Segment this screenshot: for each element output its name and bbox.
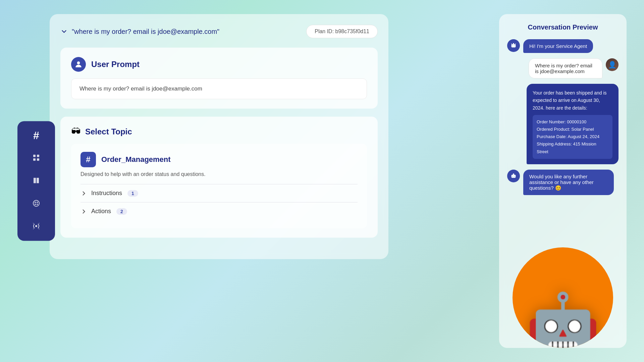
person-icon [74,60,83,69]
instructions-count: 1 [127,190,138,197]
svg-point-6 [37,202,38,203]
agent-detail-intro: Your order has been shipped and is expec… [533,90,607,111]
user-prompt-title: User Prompt [91,60,140,69]
svg-point-4 [33,200,39,206]
chevron-right-icon-2 [80,208,87,215]
svg-rect-14 [513,43,514,45]
conversation-preview-panel: Conversation Preview Hi! I'm your Servic… [499,14,627,348]
bot-detail-row: Your order has been shipped and is expec… [507,84,619,164]
bot-followup-row: Would you like any further assistance or… [507,170,619,195]
svg-point-16 [512,176,513,177]
robot-circle: 🤖 [513,247,613,348]
main-panel: "where is my order? email is jdoe@exampl… [50,14,388,259]
bot-avatar-2 [507,170,520,182]
user-prompt-header: User Prompt [71,57,367,72]
header-query-text: "where is my order? email is jdoe@exampl… [72,28,219,36]
svg-rect-18 [513,173,514,175]
bot-icon-2 [510,172,517,180]
bot-icon-1 [510,42,517,49]
robot-illustration: 🤖 [525,294,601,348]
order-description: Designed to help with an order status an… [80,171,358,177]
svg-point-17 [514,176,515,177]
topic-card-header: 🕶 Select Topic [71,126,367,137]
header-query: "where is my order? email is jdoe@exampl… [60,28,219,36]
plan-badge: Plan ID: b98c735f0d11 [306,25,378,38]
chevron-down-icon[interactable] [60,28,68,35]
svg-rect-15 [512,175,516,178]
order-name: Order_Management [101,155,171,164]
user-question-text: Where is my order? email is jdoe@example… [535,63,592,74]
order-number-line: Order Number: 00000100 [537,119,586,124]
user-prompt-card: User Prompt Where is my order? email is … [60,48,378,109]
svg-rect-0 [33,155,36,157]
header-row: "where is my order? email is jdoe@exampl… [60,25,378,38]
bot-assist-text: Would you like any further assistance or… [529,174,594,191]
svg-point-8 [37,204,38,205]
svg-rect-1 [37,155,39,157]
svg-point-5 [35,202,36,203]
conversation-preview-title: Conversation Preview [507,23,619,31]
svg-point-13 [514,46,515,47]
agent-detail-bubble: Your order has been shipped and is expec… [527,84,619,164]
user-question-row: Where is my order? email is jdoe@example… [507,58,619,78]
shipping-address-line: Shipping Address: 415 Mission Street [537,141,596,154]
instructions-label: Instructions [91,190,122,197]
signal-icon[interactable] [30,220,43,233]
bot-assist-bubble: Would you like any further assistance or… [523,170,614,195]
chevron-right-icon [80,190,87,197]
svg-point-12 [512,46,513,47]
order-header: # Order_Management [80,152,358,167]
ordered-product-line: Ordered Product: Solar Panel [537,127,594,132]
actions-row[interactable]: Actions 2 [80,202,358,220]
palette-icon[interactable] [30,197,43,210]
robot-mascot: 🤖 [509,241,616,348]
bot-avatar-1 [507,39,520,52]
grid-icon[interactable] [30,151,43,165]
purchase-date-line: Purchase Date: August 24, 2024 [537,134,599,139]
topic-title: Select Topic [85,127,132,136]
actions-label: Actions [91,208,111,215]
book-icon[interactable] [30,174,43,187]
instructions-row[interactable]: Instructions 1 [80,184,358,202]
user-question-bubble: Where is my order? email is jdoe@example… [529,58,602,78]
svg-point-9 [35,225,37,227]
prompt-text-box: Where is my order? email is jdoe@example… [71,78,367,99]
glasses-icon: 🕶 [71,126,80,137]
svg-rect-3 [37,159,39,161]
bot-greeting-row: Hi! I'm your Service Agent [507,39,619,53]
user-avatar: 👤 [606,58,619,71]
bot-greeting-text: Hi! I'm your Service Agent [529,43,587,49]
svg-point-10 [77,61,80,64]
chat-area: Hi! I'm your Service Agent Where is my o… [507,39,619,195]
svg-point-7 [35,204,36,205]
user-avatar-icon [71,57,86,72]
order-detail-block: Order Number: 00000100 Ordered Product: … [533,115,612,159]
select-topic-card: 🕶 Select Topic # Order_Management Design… [60,117,378,238]
actions-count: 2 [116,208,127,215]
hashtag-icon: # [80,152,96,167]
bot-greeting-bubble: Hi! I'm your Service Agent [523,39,593,53]
svg-rect-11 [512,44,516,47]
sidebar-logo: # [33,129,39,142]
order-management-block: # Order_Management Designed to help with… [71,144,367,228]
sidebar: # [17,121,55,241]
svg-rect-2 [33,159,36,161]
